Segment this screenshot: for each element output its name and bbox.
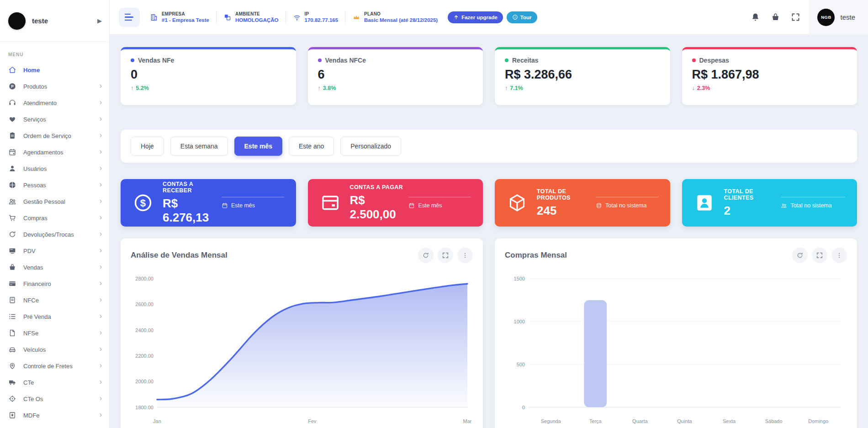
chart-actions [418,248,473,263]
sidebar-item-cte-os[interactable]: CTe Os› [0,391,109,407]
refresh-icon [796,252,804,259]
trend-up-icon: ↑ [318,85,321,91]
sidebar-item-mdfe[interactable]: MDFe› [0,407,109,423]
product-icon: P [8,82,16,90]
sidebar-item-pdv[interactable]: PDV› [0,243,109,259]
chevron-right-icon: › [100,230,102,238]
chevron-right-icon: › [100,395,102,402]
stat-card-contas-a-receber: $CONTAS A RECEBERR$ 6.276,13Este mês [121,179,296,227]
sidebar-item-label: Vendas [23,264,43,271]
filter-button-este-ano[interactable]: Este ano [289,137,334,156]
dollar-coin-icon: $ [132,192,153,213]
sidebar-item-servicos[interactable]: Serviços› [0,111,109,127]
services-icon [8,115,16,123]
sidebar-item-label: Pré Venda [23,313,51,320]
sidebar-item-compras[interactable]: Compras› [0,210,109,226]
kpi-row: Vendas NFe0↑5.2%Vendas NFCe6↑3.8%Receita… [121,47,857,105]
kebab-icon [461,252,469,259]
chart-refresh-button[interactable] [792,248,808,263]
sidebar-item-vendas[interactable]: Vendas› [0,259,109,275]
kpi-label: Vendas NFe [138,57,174,64]
filter-button-este-mes[interactable]: Este mês [234,137,282,156]
charts-row: Análise de Vendas Mensal 2800.002600.002… [121,238,857,428]
info-value[interactable]: 170.82.77.165 [305,17,339,23]
sidebar-item-atendimento[interactable]: Atendimento› [0,95,109,111]
header-info-plano: PLANOBasic Mensal (até 28/12/2025) [352,11,438,23]
layers-icon [223,13,232,21]
clipboard-icon [8,132,16,140]
sidebar-item-agendamentos[interactable]: Agendamentos› [0,144,109,160]
calendar-small-icon [408,202,415,209]
sidebar-item-gestao-pessoal[interactable]: Gestão Pessoal› [0,193,109,210]
menu-section-label: MENU [0,42,109,62]
sidebar-item-home[interactable]: Home [0,62,109,78]
trend-down-icon: ↓ [692,85,695,91]
sidebar-item-label: Controle de Fretes [23,363,73,370]
info-value[interactable]: Basic Mensal (até 28/12/2025) [364,17,438,23]
chart-fullscreen-button[interactable] [438,248,453,263]
sidebar-item-financeiro[interactable]: Financeiro› [0,275,109,292]
chevron-right-icon: › [100,115,102,122]
car-icon [8,345,16,354]
sidebar-item-devolucoes-trocas[interactable]: Devoluções/Trocas› [0,226,109,243]
chart-refresh-button[interactable] [418,248,434,263]
hamburger-menu-button[interactable] [119,8,140,27]
building-icon [150,13,158,21]
stat-title: TOTAL DE CLIENTES [724,188,781,201]
headset-icon [8,99,16,107]
bell-button[interactable] [746,8,764,26]
x-axis-tick: Fev [308,418,317,424]
area-chart-vendas: 2800.002600.002400.002200.002000.001800.… [131,271,473,428]
kpi-label: Receitas [512,57,539,64]
stat-note-label: Este mês [231,202,255,209]
kpi-label: Vendas NFCe [325,57,366,64]
tour-button[interactable]: Tour [507,11,537,23]
filter-button-hoje[interactable]: Hoje [131,137,164,156]
user-chip[interactable]: NGB teste [809,0,868,35]
kpi-trend-value: 3.8% [323,85,336,91]
kpi-card-vendas-nfce: Vendas NFCe6↑3.8% [308,47,483,105]
chevron-right-icon: › [100,247,102,254]
stat-card-contas-a-pagar: CONTAS A PAGARR$ 2.500,00Este mês [308,179,483,227]
x-axis-tick: Sexta [723,418,736,424]
sidebar-item-pre-venda[interactable]: Pré Venda› [0,308,109,325]
y-axis-tick: 2800.00 [135,276,153,281]
header-info-ip: IP170.82.77.165 [293,11,339,23]
info-value[interactable]: #1 - Empresa Teste [162,17,209,23]
filter-button-esta-semana[interactable]: Esta semana [170,137,228,156]
sidebar-item-usuarios[interactable]: Usuários› [0,160,109,177]
stat-value: 2 [724,204,781,218]
doc-icon [8,329,16,337]
refresh-icon [422,252,429,259]
y-axis-tick: 1500 [514,276,525,281]
sidebar-item-veiculos[interactable]: Veículos› [0,341,109,358]
target-icon [8,395,16,403]
sidebar-item-cte[interactable]: CTe› [0,374,109,391]
x-axis-tick: Segunda [541,418,561,424]
info-value[interactable]: HOMOLOGAÇÃO [235,17,279,23]
chevron-right-icon: ▶ [97,17,102,24]
fullscreen-button[interactable] [786,8,804,26]
upgrade-button[interactable]: Fazer upgrade [448,11,503,23]
sidebar-item-ordem-de-servico[interactable]: Ordem de Serviço› [0,127,109,144]
chart-kebab-button[interactable] [831,248,847,263]
sidebar-item-controle-de-fretes[interactable]: Controle de Fretes› [0,358,109,374]
doc-lock-icon [8,411,16,419]
header-info-groups: EMPRESA#1 - Empresa TesteAMBIENTEHOMOLOG… [150,11,438,24]
sidebar-item-nfce[interactable]: NFCe› [0,292,109,308]
sidebar-item-produtos[interactable]: PProdutos› [0,78,109,95]
kpi-value: R$ 1.867,98 [692,68,847,82]
sidebar-item-pessoas[interactable]: Pessoas› [0,177,109,193]
stat-value: R$ 6.276,13 [163,196,222,225]
kpi-trend-value: 7.1% [510,85,523,91]
divider [222,197,284,197]
chart-kebab-button[interactable] [457,248,473,263]
sidebar-user[interactable]: teste ▶ [0,0,109,42]
filter-button-personalizado[interactable]: Personalizado [340,137,401,156]
fullscreen-icon [816,252,823,259]
chart-fullscreen-button[interactable] [812,248,827,263]
chevron-right-icon: › [100,329,102,336]
sidebar-item-nfse[interactable]: NFSe› [0,325,109,341]
basket-button[interactable] [766,8,784,26]
calendar-small-icon [222,202,228,209]
